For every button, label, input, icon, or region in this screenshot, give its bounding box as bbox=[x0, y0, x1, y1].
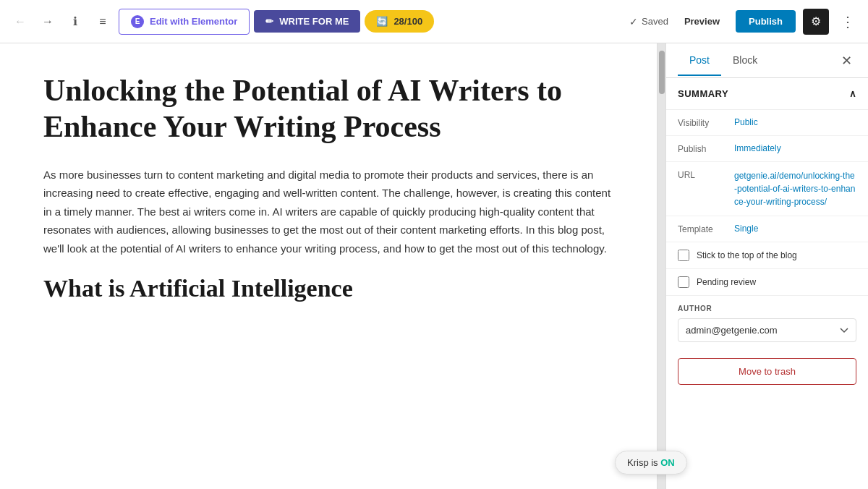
list-icon: ≡ bbox=[99, 15, 106, 28]
forward-button[interactable]: → bbox=[36, 10, 59, 33]
tab-post[interactable]: Post bbox=[678, 46, 721, 76]
krisp-badge: Krisp is ON bbox=[615, 451, 687, 475]
stick-top-row: Stick to the top of the blog bbox=[666, 242, 868, 269]
publish-label: Publish bbox=[749, 16, 783, 27]
panel-content: Summary ∧ Visibility Public Publish Imme… bbox=[666, 78, 868, 489]
summary-label: Summary bbox=[678, 88, 728, 99]
visibility-label: Visibility bbox=[678, 117, 728, 128]
close-icon: ✕ bbox=[841, 53, 852, 69]
panel-tabs: Post Block bbox=[678, 46, 769, 76]
krisp-status: ON bbox=[660, 457, 675, 468]
visibility-row: Visibility Public bbox=[666, 110, 868, 136]
back-icon: ← bbox=[14, 15, 26, 28]
toolbar-left: ← → ℹ ≡ E Edit with Elementor ✏ WRITE FO… bbox=[9, 9, 434, 35]
saved-label: Saved bbox=[642, 16, 668, 27]
settings-button[interactable]: ⚙ bbox=[803, 9, 829, 35]
info-button[interactable]: ℹ bbox=[64, 10, 87, 33]
tab-post-label: Post bbox=[689, 54, 710, 66]
post-subheading: What is Artificial Intelligence bbox=[43, 275, 613, 302]
publish-row-value[interactable]: Immediately bbox=[734, 143, 856, 153]
score-label: 28/100 bbox=[393, 16, 422, 27]
author-label: AUTHOR bbox=[678, 305, 856, 312]
preview-label: Preview bbox=[684, 16, 720, 27]
publish-row: Publish Immediately bbox=[666, 136, 868, 162]
main-layout: Unlocking the Potential of AI Writers to… bbox=[0, 43, 868, 489]
edit-elementor-label: Edit with Elementor bbox=[150, 16, 237, 27]
publish-button[interactable]: Publish bbox=[736, 10, 796, 33]
panel-header: Post Block ✕ bbox=[666, 43, 868, 78]
scrollbar[interactable] bbox=[657, 43, 665, 489]
scroll-thumb bbox=[659, 51, 665, 94]
author-select[interactable]: admin@getgenie.com bbox=[678, 318, 856, 342]
template-row: Template Single bbox=[666, 216, 868, 242]
write-label: WRITE FOR ME bbox=[279, 16, 349, 27]
check-icon: ✓ bbox=[629, 16, 638, 27]
forward-icon: → bbox=[42, 15, 54, 28]
more-icon: ⋮ bbox=[841, 13, 855, 30]
saved-indicator: ✓ Saved bbox=[629, 16, 668, 27]
chevron-up-icon: ∧ bbox=[849, 88, 857, 99]
post-title: Unlocking the Potential of AI Writers to… bbox=[43, 72, 613, 145]
summary-header[interactable]: Summary ∧ bbox=[666, 78, 868, 110]
url-value[interactable]: getgenie.ai/demo/unlocking-the-potential… bbox=[734, 169, 856, 208]
move-to-trash-button[interactable]: Move to trash bbox=[678, 358, 856, 385]
settings-icon: ⚙ bbox=[811, 14, 821, 28]
panel-close-button[interactable]: ✕ bbox=[836, 51, 856, 71]
template-value[interactable]: Single bbox=[734, 224, 856, 234]
trash-label: Move to trash bbox=[739, 366, 796, 377]
info-icon: ℹ bbox=[73, 14, 77, 28]
author-section: AUTHOR admin@getgenie.com bbox=[666, 296, 868, 351]
trash-row: Move to trash bbox=[666, 351, 868, 392]
more-button[interactable]: ⋮ bbox=[836, 10, 859, 33]
tab-block-label: Block bbox=[733, 54, 757, 66]
pending-review-label[interactable]: Pending review bbox=[697, 277, 756, 287]
list-button[interactable]: ≡ bbox=[91, 10, 114, 33]
stick-top-checkbox[interactable] bbox=[678, 250, 689, 261]
toolbar-right: ✓ Saved Preview Publish ⚙ ⋮ bbox=[629, 9, 859, 35]
score-icon: 🔄 bbox=[376, 16, 388, 27]
write-for-me-button[interactable]: ✏ WRITE FOR ME bbox=[254, 10, 360, 33]
publish-row-label: Publish bbox=[678, 143, 728, 154]
pending-review-checkbox[interactable] bbox=[678, 276, 689, 288]
template-label: Template bbox=[678, 224, 728, 234]
edit-elementor-button[interactable]: E Edit with Elementor bbox=[119, 9, 250, 35]
editor-area[interactable]: Unlocking the Potential of AI Writers to… bbox=[0, 43, 657, 489]
score-button[interactable]: 🔄 28/100 bbox=[365, 10, 434, 33]
visibility-value[interactable]: Public bbox=[734, 117, 856, 127]
elementor-logo: E bbox=[131, 15, 144, 28]
preview-button[interactable]: Preview bbox=[676, 12, 728, 31]
url-label: URL bbox=[678, 169, 728, 180]
editor-content: Unlocking the Potential of AI Writers to… bbox=[43, 72, 613, 302]
pending-review-row: Pending review bbox=[666, 269, 868, 296]
tab-block[interactable]: Block bbox=[721, 46, 769, 76]
post-body: As more businesses turn to content marke… bbox=[43, 166, 613, 258]
url-row: URL getgenie.ai/demo/unlocking-the-poten… bbox=[666, 162, 868, 216]
toolbar: ← → ℹ ≡ E Edit with Elementor ✏ WRITE FO… bbox=[0, 0, 868, 43]
right-panel: Post Block ✕ Summary ∧ Visibility Public bbox=[665, 43, 868, 489]
write-pencil-icon: ✏ bbox=[265, 16, 273, 27]
krisp-label: Krisp is bbox=[627, 457, 660, 468]
stick-top-label[interactable]: Stick to the top of the blog bbox=[697, 250, 797, 260]
back-button[interactable]: ← bbox=[9, 10, 32, 33]
